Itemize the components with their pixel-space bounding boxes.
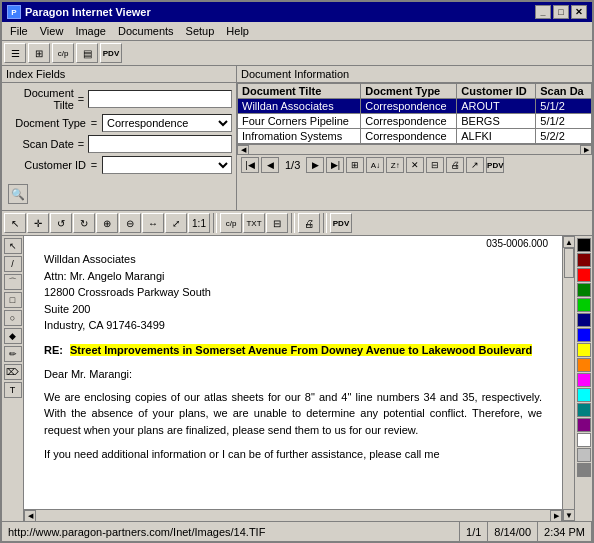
vt-sep2 <box>291 213 295 233</box>
vt-txt[interactable]: TXT <box>243 213 265 233</box>
field-input-scandate[interactable] <box>88 135 232 153</box>
nav-btn-export[interactable]: ↗ <box>466 157 484 173</box>
nav-btn-delete[interactable]: ✕ <box>406 157 424 173</box>
table-row[interactable]: Infromation Systems Correspondence ALFKI… <box>238 129 592 144</box>
horiz-scrollbar[interactable]: ◀ ▶ <box>24 509 562 521</box>
doc-content: Willdan Associates Attn: Mr. Angelo Mara… <box>44 251 542 463</box>
window-title: Paragon Internet Viewer <box>25 6 151 18</box>
table-row[interactable]: Four Corners Pipeline Correspondence BER… <box>238 114 592 129</box>
field-input-doctitle[interactable] <box>88 90 232 108</box>
nav-btn-print[interactable]: 🖨 <box>446 157 464 173</box>
tool-text[interactable]: T <box>4 382 22 398</box>
tool-arrow[interactable]: ↖ <box>4 238 22 254</box>
vt-copy[interactable]: c/p <box>220 213 242 233</box>
close-button[interactable]: ✕ <box>571 5 587 19</box>
menu-image[interactable]: Image <box>69 24 112 38</box>
tool-arc[interactable]: ⌒ <box>4 274 22 290</box>
vt-move[interactable]: ✛ <box>27 213 49 233</box>
toolbar-btn-1[interactable]: ☰ <box>4 43 26 63</box>
vt-rotate-cw[interactable]: ↻ <box>73 213 95 233</box>
color-red[interactable] <box>577 268 591 282</box>
tool-marker[interactable]: ✏ <box>4 346 22 362</box>
vt-paste[interactable]: ⊟ <box>266 213 288 233</box>
menu-view[interactable]: View <box>34 24 70 38</box>
tool-ellipse[interactable]: ○ <box>4 310 22 326</box>
color-green[interactable] <box>577 298 591 312</box>
vt-sep3 <box>323 213 327 233</box>
field-label-customerid: Customer ID <box>6 159 86 171</box>
status-bar: http://www.paragon-partners.com/Inet/Ima… <box>2 521 592 541</box>
index-fields-list: Document Tilte = Docment Type = Correspo… <box>2 83 236 178</box>
search-button[interactable]: 🔍 <box>8 184 28 204</box>
vt-print[interactable]: 🖨 <box>298 213 320 233</box>
toolbar-btn-pdv[interactable]: PDV <box>100 43 122 63</box>
menu-help[interactable]: Help <box>220 24 255 38</box>
color-teal[interactable] <box>577 403 591 417</box>
minimize-button[interactable]: _ <box>535 5 551 19</box>
color-dark-red[interactable] <box>577 253 591 267</box>
re-label: RE: <box>44 344 63 356</box>
vt-zoom-in[interactable]: ⊕ <box>96 213 118 233</box>
table-hscroll[interactable]: ◀ ▶ <box>237 144 592 154</box>
nav-btn-sort-za[interactable]: Z↑ <box>386 157 404 173</box>
nav-btn-sort-az[interactable]: A↓ <box>366 157 384 173</box>
address-line-4: Suite 200 <box>44 301 542 318</box>
app-icon: P <box>7 5 21 19</box>
nav-btn-pdv[interactable]: PDV <box>486 157 504 173</box>
nav-next[interactable]: ▶ <box>306 157 324 173</box>
vt-rotate-ccw[interactable]: ↺ <box>50 213 72 233</box>
vscroll-track <box>563 248 574 509</box>
nav-last[interactable]: ▶| <box>326 157 344 173</box>
doc-salutation: Dear Mr. Marangi: <box>44 366 542 383</box>
vertical-scrollbar[interactable]: ▲ ▼ <box>562 236 574 521</box>
menu-setup[interactable]: Setup <box>180 24 221 38</box>
field-eq-2: = <box>88 117 100 129</box>
color-gray[interactable] <box>577 463 591 477</box>
toolbar-btn-2[interactable]: ⊞ <box>28 43 50 63</box>
color-black[interactable] <box>577 238 591 252</box>
toolbar-btn-3[interactable]: ▤ <box>76 43 98 63</box>
vt-fit-page[interactable]: ⤢ <box>165 213 187 233</box>
menu-documents[interactable]: Documents <box>112 24 180 38</box>
col-header-scan: Scan Da <box>536 84 592 99</box>
vt-fit-width[interactable]: ↔ <box>142 213 164 233</box>
vt-zoom-out[interactable]: ⊖ <box>119 213 141 233</box>
color-light-gray[interactable] <box>577 448 591 462</box>
color-orange[interactable] <box>577 358 591 372</box>
color-dark-blue[interactable] <box>577 313 591 327</box>
tool-rect[interactable]: □ <box>4 292 22 308</box>
color-white[interactable] <box>577 433 591 447</box>
tool-line[interactable]: / <box>4 256 22 272</box>
search-row: 🔍 <box>2 178 236 210</box>
nav-btn-table[interactable]: ⊟ <box>426 157 444 173</box>
doc-viewer: 035-0006.000 Willdan Associates Attn: Mr… <box>24 236 562 509</box>
main-window: P Paragon Internet Viewer _ □ ✕ File Vie… <box>0 0 594 543</box>
hscroll2-right[interactable]: ▶ <box>550 510 562 521</box>
color-magenta[interactable] <box>577 373 591 387</box>
field-select-customerid[interactable] <box>102 156 232 174</box>
maximize-button[interactable]: □ <box>553 5 569 19</box>
vt-pdv[interactable]: PDV <box>330 213 352 233</box>
table-row[interactable]: Willdan Associates Correspondence AROUT … <box>238 99 592 114</box>
field-select-doctype[interactable]: Correspondence <box>102 114 232 132</box>
menu-file[interactable]: File <box>4 24 34 38</box>
color-blue[interactable] <box>577 328 591 342</box>
tool-eraser[interactable]: ⌦ <box>4 364 22 380</box>
tool-fill[interactable]: ◆ <box>4 328 22 344</box>
color-yellow[interactable] <box>577 343 591 357</box>
toolbar-btn-copy[interactable]: c/p <box>52 43 74 63</box>
row1-type: Correspondence <box>361 99 457 114</box>
color-dark-green[interactable] <box>577 283 591 297</box>
hscroll2-left[interactable]: ◀ <box>24 510 36 521</box>
vscroll-thumb[interactable] <box>564 248 574 278</box>
nav-first[interactable]: |◀ <box>241 157 259 173</box>
vt-actual-size[interactable]: 1:1 <box>188 213 210 233</box>
color-purple[interactable] <box>577 418 591 432</box>
vt-select[interactable]: ↖ <box>4 213 26 233</box>
field-eq-1: = <box>76 93 86 105</box>
color-cyan[interactable] <box>577 388 591 402</box>
doc-body2: If you need additional information or I … <box>44 446 542 463</box>
nav-prev[interactable]: ◀ <box>261 157 279 173</box>
status-time: 2:34 PM <box>538 522 592 541</box>
nav-btn-grid[interactable]: ⊞ <box>346 157 364 173</box>
